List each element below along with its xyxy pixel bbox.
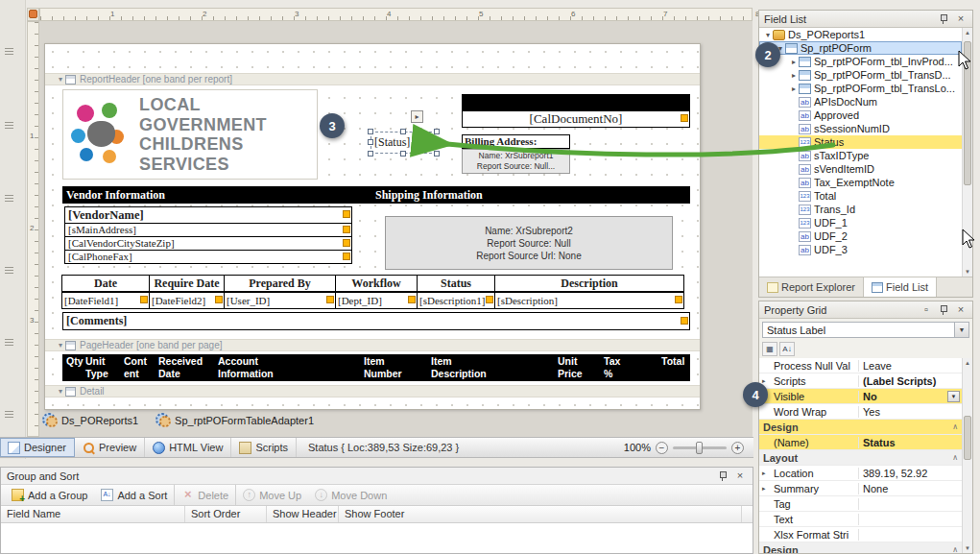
subreport2-placeholder[interactable]: Name: XrSubreport2Report Source: NullRep… [385,216,673,270]
selection-handle[interactable] [400,151,406,157]
property-row[interactable]: Layout ∧ [759,450,962,466]
property-expander-icon[interactable]: ▸ [762,485,770,493]
categorized-view-icon[interactable]: ▦ [762,342,777,356]
toolbar-button[interactable]: Add a Sort [94,485,174,505]
caldocumentno-label[interactable]: [CalDocumentNo] [462,110,690,128]
field-tree-item[interactable]: APIsDocNum [759,95,962,108]
field-tree-item[interactable]: Status [759,135,962,149]
view-tab[interactable]: Scripts [231,438,297,457]
smart-tag-icon[interactable] [681,317,688,325]
logo-picture-box[interactable]: LOCALGOVERNMENTCHILDRENSSERVICES [62,89,318,180]
zoom-in-button[interactable]: + [731,442,744,454]
smart-tag-icon[interactable] [140,296,148,303]
grid-header-cell[interactable]: Require Date [149,275,225,292]
property-row[interactable]: ▸ Location 389.19, 52.92 [759,466,962,481]
collapse-band-icon[interactable]: ▾ [59,75,62,84]
property-row[interactable]: Visible No ▼ [759,389,962,404]
toolbar-button[interactable]: Move Up [235,485,308,505]
group-sort-empty-body[interactable] [1,523,753,553]
field-tree-item[interactable]: sTaxIDType [759,149,962,162]
smart-tag-icon[interactable] [408,296,416,303]
smart-tag-icon[interactable] [215,296,223,303]
scroll-down-icon[interactable]: ▼ [963,267,972,277]
grid-field-cell[interactable]: [sDescription] [494,292,684,309]
selection-handle[interactable] [368,151,373,157]
design-surface[interactable]: ▾ ReportHeader [one band per report] LOC… [39,21,753,437]
grid-field-cell[interactable]: [DateField2] [149,292,225,309]
field-tree-item[interactable]: Trans_Id [759,203,962,216]
comments-label[interactable]: [Comments] [62,312,690,330]
toolbar-button[interactable]: Move Down [308,485,394,505]
zoom-slider[interactable] [673,446,727,449]
scrollbar-thumb[interactable] [964,416,971,460]
property-row[interactable]: Tag [759,496,962,512]
smart-tag-icon[interactable] [326,296,334,303]
pin-icon[interactable] [937,303,950,316]
grid-field-cell[interactable]: [Dept_ID] [335,292,418,309]
property-row[interactable]: Design ∧ [759,420,962,435]
column-header-cell[interactable]: Show Header [267,506,339,522]
field-tree-item[interactable]: ▸ Sp_rptPOForm_tbl_TransLo... [759,82,962,95]
smart-tag-icon[interactable] [681,114,688,122]
property-value[interactable]: None [859,483,962,494]
field-tree-item[interactable]: sSessionNumID [759,122,962,135]
property-grid-scrollbar[interactable]: ▲ ▼ [962,358,972,553]
tree-expander-icon[interactable]: ▸ [789,71,799,80]
field-tree-item[interactable]: Tax_ExemptNote [759,176,962,189]
property-expander-icon[interactable]: ▸ [762,470,770,477]
tree-expander-icon[interactable]: ▸ [789,84,799,93]
detail-columns-header[interactable]: Qty Unit Type Cont ent Received Dat [62,354,690,381]
column-header-cell[interactable]: Field Name [1,506,185,522]
field-tree-item[interactable]: Total [759,189,962,203]
close-icon[interactable]: × [954,303,968,316]
header-black-bar[interactable] [462,94,690,110]
pin-icon[interactable] [716,470,729,482]
tree-expander-icon[interactable]: ▾ [763,31,773,39]
selection-handle[interactable] [434,139,440,145]
toolbar-button[interactable]: Delete [174,485,235,505]
close-icon[interactable]: × [954,12,968,25]
close-icon[interactable]: × [733,470,747,482]
property-value[interactable]: Yes [859,406,962,418]
property-value[interactable]: Status [859,437,962,448]
selection-handle[interactable] [434,151,440,157]
smart-tag-icon[interactable] [343,253,350,260]
property-row[interactable]: ▸ Summary None [759,481,962,496]
grid-field-cell[interactable]: [DateField1] [61,292,150,309]
field-tree-item[interactable]: Approved [759,108,962,122]
property-row[interactable]: Xlsx Format Stri [759,527,962,542]
property-value[interactable]: Leave [859,360,962,372]
smart-tag-icon[interactable] [675,296,682,303]
vendor-field-label[interactable]: [CalVendorCityStateZip] [64,236,352,251]
grid-header-cell[interactable]: Workflow [335,275,418,292]
band-caption-reportheader[interactable]: ▾ ReportHeader [one band per report] [45,73,700,85]
smart-tag-icon[interactable] [343,210,350,218]
view-tab[interactable]: Preview [75,438,145,457]
component-tray-item[interactable]: Sp_rptPOFormTableAdapter1 [155,413,314,427]
field-tree-item[interactable]: UDF_1 [759,216,962,229]
object-selector[interactable]: Status Label ▼ [762,322,969,338]
property-row[interactable]: ▸ Scripts (Label Scripts) [759,373,962,389]
vendor-field-label[interactable]: [sMainAddress] [64,223,352,237]
smart-tag-icon[interactable] [343,239,350,247]
field-tree-item[interactable]: sVendItemID [759,162,962,176]
alphabetical-sort-icon[interactable]: A↓ [779,342,795,356]
view-tab[interactable]: Designer [0,438,75,457]
property-row[interactable]: (Name) Status [759,435,962,450]
zoom-out-button[interactable]: − [656,442,668,454]
scrollbar-thumb[interactable] [964,41,971,185]
vendor-field-label[interactable]: [VendorName] [64,206,352,224]
dropdown-arrow-icon[interactable]: ▼ [954,323,968,337]
dock-tab[interactable]: Report Explorer [759,277,864,297]
property-row[interactable]: Design ∧ [759,542,962,553]
column-header-cell[interactable]: Show Footer [339,506,742,522]
subreport1-placeholder[interactable]: Name: XrSubreport1Report Source: Null... [462,149,570,174]
view-tab[interactable]: HTML View [145,438,231,457]
scroll-down-icon[interactable]: ▼ [963,543,972,553]
property-value[interactable]: (Label Scripts) [859,375,962,387]
property-value[interactable]: 389.19, 52.92 [859,468,962,479]
selection-handle[interactable] [434,129,440,134]
zoom-slider-thumb[interactable] [696,442,703,454]
field-tree-item[interactable]: UDF_2 [759,229,962,243]
selection-handle[interactable] [368,129,373,134]
